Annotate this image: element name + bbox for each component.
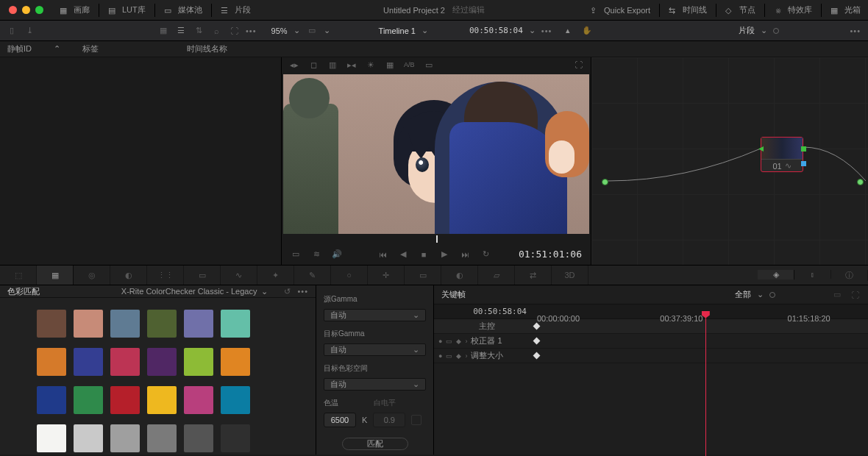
color-swatch[interactable] (110, 386, 140, 414)
color-swatch[interactable] (110, 424, 140, 452)
hdr-icon[interactable]: ◐ (110, 266, 147, 285)
white-input[interactable]: 0.9 (373, 413, 405, 427)
zoom-dropdown[interactable]: ⌄ (294, 26, 300, 35)
tab-fx[interactable]: ⨳特效库 (766, 0, 819, 20)
source-node[interactable] (602, 179, 608, 185)
color-swatch[interactable] (184, 348, 213, 376)
ab-compare[interactable]: A/B (404, 60, 415, 70)
color-swatch[interactable] (37, 386, 66, 414)
play-icon[interactable]: ▶ (439, 249, 449, 260)
temp-input[interactable]: 6500 (324, 413, 356, 427)
color-swatch[interactable] (74, 386, 103, 414)
col-id[interactable]: 静帧ID (7, 43, 32, 54)
tracker-icon[interactable]: ✛ (368, 266, 405, 285)
scrubber[interactable] (283, 235, 589, 243)
color-swatch[interactable] (74, 310, 103, 338)
tab-lut[interactable]: ▤LUT库 (101, 0, 153, 20)
kf-track-sizing[interactable]: ●▭◆›调整大小 (434, 349, 868, 363)
src-gamma-select[interactable]: 自动 (324, 309, 426, 321)
color-swatch[interactable] (221, 348, 250, 376)
tab-lightbox[interactable]: ▦光箱 (823, 0, 868, 20)
preset-dd[interactable]: ⌄ (261, 287, 268, 296)
prev-frame-icon[interactable]: ◀ (398, 249, 408, 260)
more-menu[interactable]: ••• (246, 26, 257, 35)
split-icon[interactable]: ▥ (327, 60, 338, 70)
search-icon[interactable]: ⌕ (210, 25, 222, 37)
expand-icon[interactable]: ⛶ (228, 25, 240, 37)
color-swatch[interactable] (147, 386, 177, 414)
clips-dropdown[interactable]: ⌄ (761, 26, 767, 35)
kf-track-master[interactable]: 主控 (434, 319, 868, 334)
scopes-icon[interactable]: ⫾ (794, 270, 831, 279)
kf-track-corrector[interactable]: ●▭◆›校正器 1 (434, 334, 868, 349)
record-indicator[interactable] (773, 28, 779, 34)
white-checkbox[interactable] (411, 415, 421, 425)
color-swatch[interactable] (74, 424, 103, 452)
wipe-square-icon[interactable]: ◻ (308, 60, 319, 70)
prev-still-icon[interactable]: ◂▸ (289, 60, 299, 70)
preset-select[interactable]: X-Rite ColorChecker Classic - Legacy (121, 287, 257, 296)
color-swatch[interactable] (110, 310, 140, 338)
kf-record[interactable] (769, 292, 775, 298)
close-window[interactable] (9, 6, 17, 14)
color-swatch[interactable] (147, 348, 177, 376)
minimize-window[interactable] (22, 6, 30, 14)
motion-icon[interactable]: ▭ (184, 266, 221, 285)
zoom-window[interactable] (35, 6, 43, 14)
kf-zoom-icon[interactable]: ▭ (831, 289, 843, 301)
quick-export[interactable]: ⇪Quick Export (583, 0, 658, 20)
timeline-dropdown[interactable]: ⌄ (421, 26, 428, 35)
color-swatch[interactable] (221, 386, 250, 414)
cm-menu[interactable]: ••• (297, 287, 308, 296)
layout-icon[interactable]: ▯ (6, 25, 18, 37)
expand-viewer-icon[interactable]: ⛶ (573, 60, 583, 70)
rgb-mixer-icon[interactable]: ⋮⋮ (147, 266, 184, 285)
kf-filter-dd[interactable]: ⌄ (757, 290, 764, 299)
reset-icon[interactable]: ↺ (281, 285, 293, 297)
stop-icon[interactable]: ■ (419, 249, 429, 260)
list-view-icon[interactable]: ☰ (175, 25, 187, 37)
color-swatch[interactable] (221, 310, 250, 338)
tab-clips[interactable]: ☰片段 (213, 0, 258, 20)
color-swatch[interactable] (184, 424, 213, 452)
col-tlname[interactable]: 时间线名称 (187, 43, 227, 54)
kf-filter[interactable]: 全部 (735, 289, 751, 300)
node-graph[interactable]: 01∿ (591, 57, 868, 265)
output-node[interactable] (857, 179, 864, 185)
color-swatch[interactable] (221, 424, 250, 452)
blur-icon[interactable]: ◐ (441, 266, 478, 285)
tc-dropdown[interactable]: ⌄ (529, 26, 536, 35)
stack-icon[interactable]: ≋ (311, 249, 321, 260)
tab-gallery[interactable]: ▦画廊 (52, 0, 97, 20)
viewer[interactable] (283, 74, 589, 234)
screen-icon[interactable]: ▭ (306, 25, 318, 37)
timecode[interactable]: 00:50:58:04 (469, 26, 523, 35)
grid-view-icon[interactable]: ▦ (157, 25, 169, 37)
color-swatch[interactable] (37, 348, 66, 376)
color-swatch[interactable] (37, 310, 66, 338)
3d-icon[interactable]: 3D (552, 266, 588, 285)
tab-media[interactable]: ▭媒体池 (157, 0, 210, 20)
grab-icon[interactable]: ▭ (424, 60, 434, 70)
color-swatch[interactable] (184, 386, 213, 414)
info-icon[interactable]: ⓘ (831, 270, 868, 281)
color-swatch[interactable] (74, 348, 103, 376)
dst-gamma-select[interactable]: 自动 (324, 343, 426, 356)
first-frame-icon[interactable]: ⏮ (377, 249, 388, 260)
color-match-icon[interactable]: ▦ (37, 266, 74, 285)
color-swatch[interactable] (147, 310, 177, 338)
sort-icon[interactable]: ⇅ (193, 25, 204, 37)
curves-icon[interactable]: ∿ (221, 266, 257, 285)
viewer-menu[interactable]: ••• (541, 26, 552, 35)
wheels-icon[interactable]: ◎ (74, 266, 110, 285)
bypass-icon[interactable]: ▭ (291, 249, 301, 260)
import-icon[interactable]: ⤓ (24, 25, 35, 37)
screen-dropdown[interactable]: ⌄ (324, 26, 330, 35)
mute-icon[interactable]: 🔊 (332, 249, 342, 260)
clips-label[interactable]: 片段 (739, 25, 755, 36)
magic-icon[interactable]: ▭ (405, 266, 441, 285)
keyframes-tool-icon[interactable]: ◈ (758, 270, 794, 279)
node-menu[interactable]: ••• (850, 26, 861, 35)
qualifier-icon[interactable]: ✎ (294, 266, 331, 285)
hand-icon[interactable]: ✋ (581, 25, 593, 37)
